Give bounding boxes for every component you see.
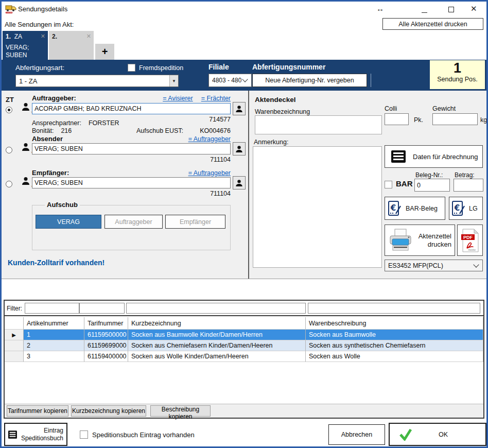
filter-warenbeschreibung-input[interactable] [308,303,480,314]
table-row[interactable]: 2 61159699000 Socken aus Chemiefasern Ki… [5,340,483,351]
shipment-tab-2[interactable]: ✕ 2. [49,31,94,60]
filiale-select[interactable]: 4803 - 480 [208,74,252,87]
absender-input[interactable] [32,143,231,154]
printer-select[interactable]: ES3452 MFP(PCL) [385,260,483,271]
gewicht-input[interactable] [432,113,478,125]
aufschub-label: Aufschub [45,201,80,209]
empfaenger-person-button[interactable] [233,176,246,189]
absender-radio[interactable] [6,147,12,153]
kunden-zolltarif-note: Kunden-Zolltarif vorhanden! [8,259,104,267]
absender-auftraggeber-link[interactable]: = Auftraggeber [188,135,231,143]
aufschub-eust-value: KO004676 [183,127,231,134]
sendungsdetails-window: Sendungsdetails ↔ ✕ Alle Sendungen im Ak… [0,0,488,448]
warenbezeichnung-textarea[interactable] [255,115,382,134]
dispatch-bar: Abfertigungsart: 1 - ZA ▼ Fremdspedition… [2,60,486,91]
anmerkung-textarea[interactable] [253,146,382,268]
copy-tarifnummer-button[interactable]: Tarifnummer kopieren [7,405,68,417]
auftraggeber-person-button[interactable] [233,102,246,115]
bar-checkbox[interactable] [385,181,392,188]
printer-select-value: ES3452 MFP(PCL) [388,262,443,269]
tab-1-line3: SUBEN [6,51,45,59]
maximize-icon [448,7,454,12]
shipments-in-file-label: Alle Sendungen im Akt: [5,21,74,28]
lg-button[interactable]: € LG [449,197,483,220]
new-abfertigung-nr-button[interactable]: Neue Abfertigung-Nr. vergeben [252,74,367,87]
abfertigungsart-dropdown-arrow-icon[interactable]: ▼ [169,75,178,87]
filiale-chevron-down-icon [242,76,248,82]
green-check-icon [399,428,412,441]
betrag-input[interactable] [454,179,483,192]
print-all-aktenzettel-button[interactable]: Alle Aktenzettel drucken [382,18,483,30]
filter-artikelnummer-input[interactable] [25,303,79,314]
pdf-export-button[interactable]: PDF Adobe [457,225,483,256]
copy-beschreibung-button[interactable]: Beschreibung kopieren [150,405,211,417]
dispatch-separator [371,74,371,87]
resize-icon[interactable]: ↔ [376,4,384,13]
aufschub-empfaenger-button[interactable]: Empfänger [165,215,225,229]
app-truck-icon [5,4,16,15]
bonitaet-label: Bonität: [32,127,54,134]
articles-table: Artikelnummer Tarifnummer Kurzbezeichnun… [5,317,483,362]
filter-tarifnummer-input[interactable] [79,303,125,314]
aufschub-auftraggeber-button[interactable]: Auftraggeber [104,215,163,229]
filiale-value: 4803 - 480 [212,77,241,84]
absender-number: 711104 [32,156,231,163]
filter-kurzbezeichnung-input[interactable] [126,303,306,314]
ok-button[interactable]: OK [389,423,486,446]
position-count: 1 [430,60,485,76]
beleg-nr-input[interactable] [414,179,450,192]
auftraggeber-radio[interactable] [6,107,12,113]
table-row[interactable]: ▶ 1 61159500000 Socken aus Baumwolle Kin… [5,330,483,340]
empfaenger-input[interactable] [32,177,231,188]
table-row[interactable]: 3 61159400000 Socken aus Wolle Kinder/Da… [5,351,483,362]
abfertigungsart-select[interactable]: 1 - ZA ▼ [15,75,179,87]
tab-1-close-icon[interactable]: ✕ [41,32,45,40]
articles-grid: Filter: Artikelnummer Tarifnummer Kurzbe… [4,300,484,419]
copy-buttons-strip: Tarifnummer kopieren Kurzbezeichnung kop… [5,404,483,418]
empfaenger-number: 711104 [32,190,231,197]
colli-input[interactable] [385,113,409,125]
maximize-button[interactable] [448,5,454,14]
minimize-button[interactable] [422,6,427,14]
eintrag-speditionsbuch-button[interactable]: Eintrag Speditionsbuch [4,423,67,446]
book-lines-icon [8,428,17,441]
abfertigungsart-value: 1 - ZA [19,77,37,85]
svg-text:PDF: PDF [463,235,473,240]
shipment-tab-1[interactable]: ✕ 1. ZA VERAG; SUBEN [3,31,48,60]
avisierer-link[interactable]: = Avisierer [163,95,193,102]
gewicht-label: Gewicht [432,105,456,112]
tab-2-close-icon[interactable]: ✕ [86,32,91,40]
absender-label: Absender [32,135,63,143]
col-tarifnummer: Tarifnummer [84,317,128,330]
bar-beleg-button[interactable]: € BAR-Beleg [385,197,445,220]
svg-text:Adobe: Adobe [468,248,476,251]
filiale-label: Filiale [208,63,229,71]
speditionsbuch-checkbox[interactable] [80,430,88,439]
col-artikelnummer: Artikelnummer [24,317,84,330]
auftraggeber-input[interactable] [32,103,231,114]
row-selector-arrow[interactable]: ▶ [5,330,24,340]
person-icon [235,105,243,113]
filter-label: Filter: [7,305,22,312]
warenbezeichnung-label: Warenbezeichnung [255,108,310,115]
anmerkung-label: Anmerkung: [254,139,288,146]
bonitaet-value: 216 [61,127,72,134]
close-button[interactable]: ✕ [470,4,477,13]
aufschub-verag-button[interactable]: VERAG [36,215,101,229]
empfaenger-radio[interactable] [6,181,12,187]
aktenzettel-drucken-button[interactable]: Aktenzettel drucken [385,225,455,256]
tab-1-type: ZA [14,33,22,40]
fremdspedition-checkbox[interactable] [128,64,135,72]
titlebar: Sendungsdetails ↔ ✕ [2,2,486,16]
copy-kurzbezeichnung-button[interactable]: Kurzbezeichnung kopieren [71,405,146,417]
fraechter-link[interactable]: = Frächter [201,95,231,102]
list-lines-icon [391,150,406,163]
empfaenger-auftraggeber-link[interactable]: = Auftraggeber [188,169,231,177]
col-warenbeschreibung: Warenbeschreibung [306,317,483,330]
absender-person-button[interactable] [233,142,246,156]
daten-fuer-abrechnung-button[interactable]: Daten für Abrechnung [385,145,483,168]
cancel-button[interactable]: Abbrechen [328,424,385,445]
add-shipment-tab-button[interactable]: + [95,44,114,60]
empfaenger-label: Empfänger: [32,169,69,177]
abfertigungsart-label: Abfertigungsart: [15,64,64,72]
